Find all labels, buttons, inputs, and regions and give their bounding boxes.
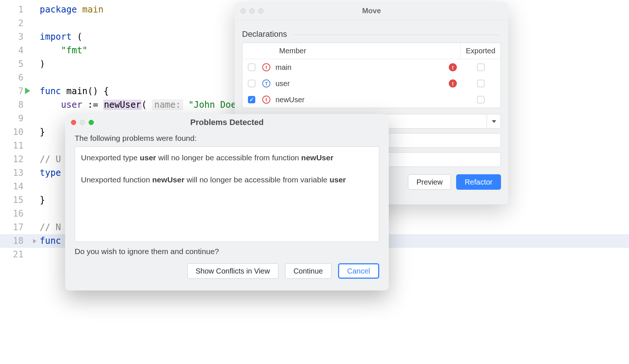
declaration-row-user[interactable]: T user !: [242, 75, 501, 92]
member-name: main: [272, 63, 445, 72]
line-number: 7: [0, 85, 40, 98]
problems-intro: The following problems were found:: [75, 134, 379, 143]
select-checkbox[interactable]: [248, 80, 255, 87]
kw-func: func: [40, 86, 61, 96]
line-number: 6: [0, 71, 40, 85]
chevron-down-icon: [492, 120, 496, 123]
line-number: 14: [0, 180, 40, 193]
problems-dialog-title: Problems Detected: [65, 118, 389, 127]
line-number: 10: [0, 125, 40, 139]
line-number: 21: [0, 248, 40, 261]
select-checkbox[interactable]: [248, 64, 255, 71]
line-number: 15: [0, 193, 40, 207]
declarations-label: Declarations: [242, 29, 501, 39]
func-name-main: main: [66, 86, 88, 96]
declaration-row-main[interactable]: f main !: [242, 59, 501, 75]
continue-button[interactable]: Continue: [285, 263, 331, 279]
function-icon: f: [262, 96, 270, 104]
kw-package: package: [40, 4, 77, 15]
problem-item: Unexported type user will no longer be a…: [81, 152, 373, 164]
line-number: 2: [0, 17, 40, 30]
comment: // U: [40, 154, 61, 164]
line-number: 4: [0, 44, 40, 57]
refactor-button[interactable]: Refactor: [456, 174, 501, 190]
kw-type: type: [40, 168, 61, 178]
problem-item: Unexported function newUser will no long…: [81, 174, 373, 186]
cancel-button[interactable]: Cancel: [338, 263, 379, 279]
line-number: 12: [0, 153, 40, 166]
exported-checkbox[interactable]: [477, 80, 484, 87]
line-number: 5: [0, 57, 40, 71]
kw-func: func: [40, 236, 61, 246]
move-titlebar[interactable]: Move: [235, 2, 508, 20]
kw-import: import: [40, 32, 72, 42]
inlay-param-name: name:: [152, 99, 183, 110]
type-icon: T: [262, 79, 270, 88]
column-member: Member: [261, 47, 460, 55]
select-checkbox[interactable]: [248, 96, 255, 103]
run-gutter-icon[interactable]: [25, 88, 30, 94]
move-dialog-title: Move: [235, 7, 508, 15]
line-number: 1: [0, 3, 40, 17]
member-name: newUser: [272, 96, 445, 104]
declarations-table: Member Exported f main ! T user ! f newU: [242, 43, 501, 108]
line-number: 16: [0, 207, 40, 221]
line-number: 3: [0, 30, 40, 44]
problems-question: Do you wish to ignore them and continue?: [75, 247, 379, 256]
line-number: 9: [0, 112, 40, 125]
function-icon: f: [262, 63, 270, 71]
warning-icon: !: [449, 63, 457, 71]
comment: // N: [40, 222, 61, 232]
destination-dropdown-button[interactable]: [487, 114, 501, 129]
declarations-header-row: Member Exported: [242, 43, 501, 59]
warning-icon: !: [449, 79, 457, 88]
show-conflicts-button[interactable]: Show Conflicts in View: [187, 263, 278, 279]
preview-button[interactable]: Preview: [408, 174, 451, 190]
var-user: user: [61, 100, 82, 110]
import-path: "fmt": [61, 45, 88, 56]
member-name: user: [272, 79, 445, 88]
column-exported: Exported: [460, 43, 501, 59]
declaration-row-newuser[interactable]: f newUser: [242, 92, 501, 108]
line-number: 17: [0, 221, 40, 234]
editor-gutter: 1 2 3 4 5 6 7 8 9 10 11 12 13 14 15 16 1…: [0, 0, 40, 364]
call-newuser: newUser: [103, 100, 141, 110]
pkg-name: main: [82, 4, 104, 15]
string-literal: "John Doe": [188, 100, 242, 110]
problems-dialog[interactable]: Problems Detected The following problems…: [65, 114, 389, 290]
problems-list[interactable]: Unexported type user will no longer be a…: [75, 146, 379, 242]
exported-checkbox[interactable]: [477, 96, 484, 103]
line-number: 13: [0, 166, 40, 180]
fold-gutter-icon[interactable]: [33, 239, 36, 243]
exported-checkbox[interactable]: [477, 64, 484, 71]
line-number: 8: [0, 98, 40, 112]
op-assign: :=: [88, 100, 98, 110]
problems-titlebar[interactable]: Problems Detected: [65, 114, 389, 131]
line-number: 11: [0, 139, 40, 153]
